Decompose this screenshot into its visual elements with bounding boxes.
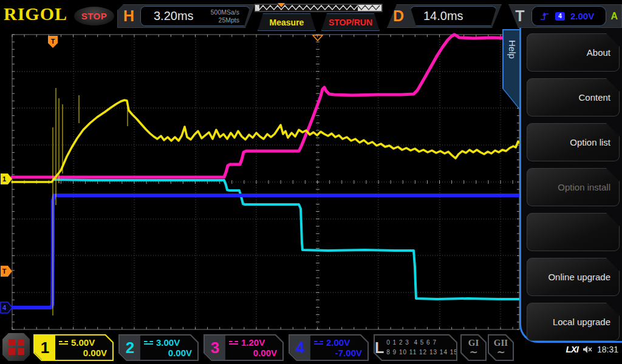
generator-1-box[interactable]: GI ∼ — [460, 334, 487, 361]
svg-text:T: T — [2, 268, 7, 275]
channel-4-offset: -7.00V — [314, 348, 362, 358]
channel-2-offset: 0.00V — [144, 348, 192, 358]
svg-text:T: T — [51, 38, 55, 45]
dc-coupling-icon — [59, 341, 68, 345]
logic-channels-box[interactable]: L 0 1 2 3 4 5 6 7 8 9 10 11 12 13 14 15 — [374, 334, 457, 361]
channel-2-scale: 3.00V — [156, 337, 180, 348]
clock: 18:31 — [597, 345, 618, 354]
generator-2-box[interactable]: GII ∼ — [488, 334, 514, 361]
sine-wave-icon: ∼ — [496, 347, 505, 357]
menu-button-online-upgrade[interactable]: Online upgrade — [527, 258, 620, 296]
oscilloscope-screen: 1T4T RIGOL STOP H 3.20ms 500MSa/s 25Mpts… — [0, 0, 622, 364]
menu-button-about[interactable]: About — [527, 33, 620, 72]
channel-4-box[interactable]: 4 2.00V -7.00V — [289, 334, 369, 361]
channel-3-scale: 1.20V — [241, 337, 265, 348]
menu-button-local-upgrade[interactable]: Local upgrade — [527, 303, 620, 341]
svg-text:1: 1 — [2, 175, 6, 183]
logic-channel-numbers: 0 1 2 3 4 5 6 7 8 9 10 11 12 13 14 15 — [384, 335, 458, 360]
dc-coupling-icon — [229, 341, 238, 345]
menu-button-content[interactable]: Content — [527, 78, 620, 116]
menu-button-empty[interactable] — [527, 213, 620, 251]
main-menu-icon[interactable] — [2, 333, 30, 361]
dc-coupling-icon — [314, 341, 323, 345]
dc-coupling-icon — [144, 341, 153, 345]
channel-3-offset: 0.00V — [229, 348, 277, 358]
channel-1-offset: 0.00V — [59, 348, 107, 358]
channel-2-box[interactable]: 2 3.00V 0.00V — [118, 334, 199, 361]
sine-wave-icon: ∼ — [469, 347, 477, 357]
svg-text:4: 4 — [2, 304, 7, 311]
mute-icon — [583, 345, 593, 354]
menu-button-option-list[interactable]: Option list — [527, 123, 620, 161]
logic-label: L — [375, 335, 384, 360]
channel-1-scale: 5.00V — [71, 337, 95, 348]
help-menu-panel: About Content Option list Option install… — [519, 28, 622, 343]
channel-3-box[interactable]: 3 1.20V 0.00V — [203, 334, 284, 361]
lxi-indicator: LXI — [566, 344, 578, 354]
channel-4-scale: 2.00V — [326, 337, 350, 348]
menu-button-option-install[interactable]: Option install — [527, 168, 620, 206]
channel-1-box[interactable]: 1 5.00V 0.00V — [33, 334, 114, 361]
